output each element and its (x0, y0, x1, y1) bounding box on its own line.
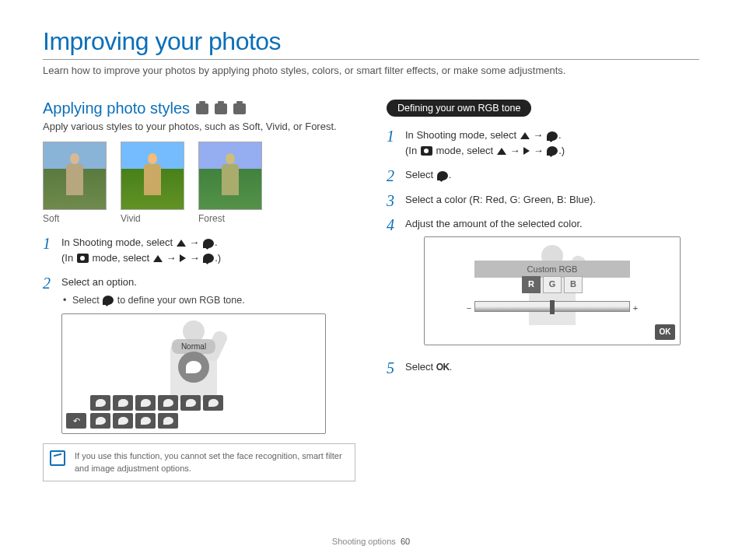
right-column: Defining your own RGB tone In Shooting m… (387, 100, 699, 481)
step-1: In Shooting mode, select → . (In mode, s… (43, 235, 355, 265)
step-text: In Shooting mode, select (61, 236, 176, 248)
arrow-icon: → (534, 143, 544, 159)
palette-icon (547, 146, 558, 156)
selected-style-icon[interactable] (178, 352, 209, 383)
step-text: Adjust the amount of the selected color. (405, 218, 583, 229)
arrow-icon: → (189, 235, 199, 250)
bullet-text: to define your own RGB tone. (117, 295, 245, 306)
style-option[interactable] (113, 413, 133, 429)
camera-icon (421, 146, 432, 156)
video-mode-icon (233, 103, 246, 114)
up-icon (153, 255, 163, 262)
ok-text-icon: OK (436, 360, 450, 374)
left-column: Applying photo styles Apply various styl… (43, 100, 355, 481)
label-soft: Soft (43, 213, 107, 224)
style-option[interactable] (90, 395, 110, 411)
step-text: mode, select (436, 145, 495, 156)
rgb-tab-g[interactable]: G (543, 276, 562, 293)
custom-rgb-screen: Custom RGB R G B − + OK (424, 236, 681, 345)
section-description: Apply various styles to your photos, suc… (43, 121, 355, 132)
bullet-item: Select to define your own RGB tone. (72, 293, 355, 308)
footer-section: Shooting options (332, 537, 396, 546)
step-text: Select an option. (61, 276, 137, 288)
style-option[interactable] (90, 413, 110, 429)
up-icon (497, 148, 506, 155)
rgb-tabs: R G B (522, 276, 583, 293)
chevron-right-icon (523, 147, 530, 155)
plus-icon: + (631, 302, 640, 311)
right-steps: In Shooting mode, select → . (In mode, s… (387, 128, 699, 374)
style-option[interactable] (180, 395, 201, 411)
rgb-tab-b[interactable]: B (564, 276, 583, 293)
label-vivid: Vivid (121, 213, 184, 224)
sub-heading-pill: Defining your own RGB tone (387, 100, 531, 117)
section-heading-text: Applying photo styles (43, 100, 190, 117)
chevron-right-icon (180, 254, 186, 262)
minus-icon: − (464, 302, 474, 311)
step-text: Select (405, 361, 436, 373)
section-heading: Applying photo styles (43, 100, 355, 117)
camera-mode-icon (196, 103, 208, 114)
style-option[interactable] (135, 395, 156, 411)
style-option[interactable] (203, 395, 223, 411)
page-number: 60 (401, 537, 410, 546)
step-text: Select (405, 169, 436, 180)
arrow-icon: → (509, 143, 520, 159)
style-thumbnails (43, 142, 355, 210)
thumb-soft (43, 142, 107, 210)
thumb-vivid (121, 142, 184, 210)
note-text: If you use this function, you cannot set… (75, 451, 342, 472)
step-5: Select OK. (387, 359, 699, 375)
rgb-slider[interactable]: − + (474, 301, 630, 312)
left-steps: In Shooting mode, select → . (In mode, s… (43, 235, 355, 434)
step-text: In Shooting mode, select (405, 129, 520, 141)
up-icon (520, 132, 530, 139)
style-option[interactable] (113, 395, 133, 411)
page-footer: Shooting options 60 (0, 537, 742, 546)
up-icon (177, 240, 186, 247)
step-text: mode, select (92, 252, 152, 264)
palette-icon (547, 131, 558, 141)
style-option[interactable] (158, 413, 178, 429)
step-1: In Shooting mode, select → . (In mode, s… (387, 128, 699, 158)
thumb-forest (198, 142, 262, 210)
arrow-icon: → (533, 128, 543, 143)
palette-icon (203, 239, 214, 248)
ok-button[interactable]: OK (655, 324, 675, 340)
page-title: Improving your photos (43, 27, 699, 60)
palette-icon (103, 296, 114, 305)
rgb-tab-r[interactable]: R (522, 276, 541, 293)
back-button[interactable]: ↶ (66, 413, 86, 429)
slider-thumb[interactable] (550, 300, 555, 314)
thumbnail-labels: Soft Vivid Forest (43, 213, 355, 224)
note-icon (50, 450, 65, 466)
camera-icon (77, 254, 89, 263)
arrow-icon: → (190, 250, 200, 266)
page-subtitle: Learn how to improve your photos by appl… (43, 65, 699, 76)
step-4: Adjust the amount of the selected color.… (387, 216, 699, 345)
palette-icon (203, 254, 214, 263)
camera-mode-icon (215, 103, 227, 114)
step-3: Select a color (R: Red, G: Green, B: Blu… (387, 192, 699, 208)
step-text: (In (405, 145, 420, 156)
style-option-grid (90, 395, 223, 429)
label-forest: Forest (198, 213, 262, 224)
style-option[interactable] (158, 395, 178, 411)
bullet-text: Select (72, 295, 102, 306)
style-select-screen: Normal ↶ (61, 313, 326, 434)
style-option[interactable] (135, 413, 156, 429)
info-note: If you use this function, you cannot set… (43, 443, 355, 481)
palette-rgb-icon (437, 171, 448, 180)
step-text: (In (61, 252, 76, 264)
step-2: Select an option. Select to define your … (43, 275, 355, 434)
step-text: . (450, 361, 453, 373)
step-2: Select . (387, 167, 699, 183)
arrow-icon: → (166, 250, 176, 266)
